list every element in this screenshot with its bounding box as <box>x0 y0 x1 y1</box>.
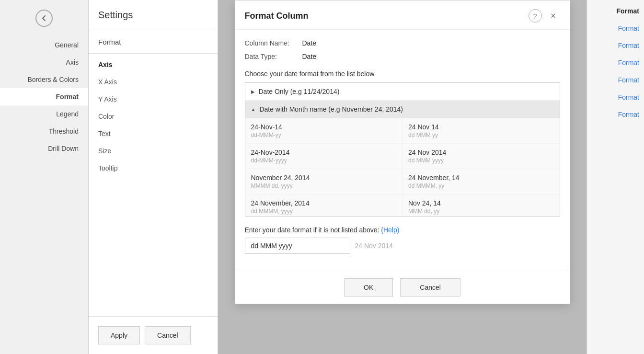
format-item-main: 24 November, 14 <box>408 174 554 182</box>
settings-nav-xaxis[interactable]: X Axis <box>89 73 218 91</box>
right-panel-link-6[interactable]: Format <box>618 111 639 118</box>
settings-nav-yaxis[interactable]: Y Axis <box>89 91 218 108</box>
date-format-list[interactable]: ▶ Date Only (e.g 11/24/2014) ▲ Date with… <box>245 82 560 217</box>
sidebar-item-axis[interactable]: Axis <box>0 54 88 71</box>
modal-cancel-button[interactable]: Cancel <box>400 278 460 297</box>
format-column-modal: Format Column ? × Column Name: Date Data… <box>235 0 570 304</box>
modal-header: Format Column ? × <box>235 0 570 30</box>
data-type-label: Data Type: <box>245 53 302 60</box>
modal-title: Format Column <box>245 11 529 21</box>
format-item-sub: dd MMMM, yy <box>408 183 554 189</box>
format-cell[interactable]: 24 November, 14 dd MMMM, yy <box>402 169 560 194</box>
settings-panel: Settings Format Axis X Axis Y Axis Color… <box>89 0 218 354</box>
format-cell[interactable]: 24-Nov-2014 dd-MMM-yyyy <box>245 144 403 169</box>
right-panel-item-5: Format <box>592 93 639 101</box>
right-panel-link-5[interactable]: Format <box>618 93 639 101</box>
format-item-main: Nov 24, 14 <box>408 199 554 207</box>
format-cell[interactable]: November 24, 2014 MMMM dd, yyyy <box>245 169 403 194</box>
custom-format-row: Enter your date format if it is not list… <box>245 226 560 254</box>
help-icon[interactable]: ? <box>529 9 542 23</box>
format-item-main: 24-Nov-2014 <box>251 148 397 156</box>
format-item-main: 24 Nov 14 <box>408 123 554 131</box>
format-cell[interactable]: 24-Nov-14 dd-MMM-yy <box>245 118 403 143</box>
right-panel-item-4: Format <box>592 76 639 84</box>
main-area: Format Column ? × Column Name: Date Data… <box>218 0 586 354</box>
format-item-sub: dd-MMM-yy <box>251 132 397 138</box>
column-name-row: Column Name: Date <box>245 39 560 47</box>
collapse-arrow-1: ▶ <box>251 89 255 94</box>
left-sidebar: General Axis Borders & Colors Format Leg… <box>0 0 89 354</box>
format-item-main: 24 November, 2014 <box>251 199 397 207</box>
format-item-sub: dd MMM yy <box>408 132 554 138</box>
help-link[interactable]: (Help) <box>381 226 399 234</box>
right-panel-item-3: Format <box>592 59 639 67</box>
modal-footer: OK Cancel <box>235 271 570 304</box>
modal-overlay: Format Column ? × Column Name: Date Data… <box>218 0 586 354</box>
settings-section-title: Format <box>89 33 218 51</box>
format-item-sub: dd MMMM, yyyy <box>251 208 397 215</box>
format-item-main: November 24, 2014 <box>251 174 397 182</box>
ok-button[interactable]: OK <box>344 278 393 297</box>
format-item-main: 24 Nov 2014 <box>408 148 554 156</box>
format-cell[interactable]: 24 Nov 2014 dd MMM yyyy <box>402 144 560 169</box>
right-panel-link-3[interactable]: Format <box>618 59 639 67</box>
sidebar-item-format[interactable]: Format <box>0 88 88 105</box>
choose-format-text: Choose your date format from the list be… <box>245 70 560 78</box>
table-row[interactable]: 24-Nov-2014 dd-MMM-yyyy 24 Nov 2014 dd M… <box>245 144 560 169</box>
table-row[interactable]: November 24, 2014 MMMM dd, yyyy 24 Novem… <box>245 169 560 194</box>
modal-body: Column Name: Date Data Type: Date Choose… <box>235 30 570 271</box>
data-type-value: Date <box>302 53 317 60</box>
format-item-sub: dd MMM yyyy <box>408 157 554 164</box>
sidebar-item-legend[interactable]: Legend <box>0 105 88 123</box>
table-row[interactable]: 24-Nov-14 dd-MMM-yy 24 Nov 14 dd MMM yy <box>245 118 560 144</box>
custom-format-preview: 24 Nov 2014 <box>355 242 393 250</box>
settings-nav-color[interactable]: Color <box>89 108 218 125</box>
data-type-row: Data Type: Date <box>245 53 560 60</box>
settings-divider2 <box>89 53 218 54</box>
back-button[interactable] <box>35 10 53 27</box>
format-cell[interactable]: 24 November, 2014 dd MMMM, yyyy <box>245 194 403 217</box>
close-icon[interactable]: × <box>547 9 560 23</box>
format-group-month-name[interactable]: ▲ Date with Month name (e.g November 24,… <box>245 101 560 118</box>
custom-format-label-text: Enter your date format if it is not list… <box>245 226 380 234</box>
format-group-date-only[interactable]: ▶ Date Only (e.g 11/24/2014) <box>245 83 560 101</box>
nav-items: General Axis Borders & Colors Format Leg… <box>0 36 88 157</box>
settings-divider <box>89 28 218 28</box>
right-panel-item-2: Format <box>592 42 639 49</box>
right-panel-link-2[interactable]: Format <box>618 42 639 49</box>
sidebar-item-borders[interactable]: Borders & Colors <box>0 71 88 88</box>
format-group-month-name-label: Date with Month name (e.g November 24, 2… <box>259 105 403 113</box>
collapse-arrow-2: ▲ <box>251 107 256 112</box>
right-panel-link-1[interactable]: Format <box>618 24 639 32</box>
sidebar-item-general[interactable]: General <box>0 36 88 54</box>
right-panel-item-1: Format <box>592 24 639 32</box>
cancel-button[interactable]: Cancel <box>145 326 191 344</box>
settings-nav-tooltip[interactable]: Tooltip <box>89 160 218 177</box>
custom-format-input[interactable] <box>245 238 350 254</box>
format-cell[interactable]: 24 Nov 14 dd MMM yy <box>402 118 560 143</box>
format-item-sub: dd-MMM-yyyy <box>251 157 397 164</box>
right-panel-header: Format <box>592 7 639 15</box>
format-item-sub: MMM dd, yy <box>408 208 554 215</box>
format-item-sub: MMMM dd, yyyy <box>251 183 397 189</box>
sidebar-item-threshold[interactable]: Threshold <box>0 123 88 140</box>
right-panel: Format Format Format Format Format Forma… <box>586 0 644 354</box>
settings-nav-text[interactable]: Text <box>89 125 218 142</box>
format-cell[interactable]: Nov 24, 14 MMM dd, yy <box>402 194 560 217</box>
format-group-date-only-label: Date Only (e.g 11/24/2014) <box>259 88 340 95</box>
right-panel-link-4[interactable]: Format <box>618 76 639 84</box>
right-panel-item-6: Format <box>592 111 639 118</box>
settings-actions: Apply Cancel <box>89 316 218 354</box>
format-item-main: 24-Nov-14 <box>251 123 397 131</box>
format-items-group2: 24-Nov-14 dd-MMM-yy 24 Nov 14 dd MMM yy <box>245 118 560 217</box>
column-name-value: Date <box>302 39 317 47</box>
apply-button[interactable]: Apply <box>98 326 140 344</box>
custom-format-label: Enter your date format if it is not list… <box>245 226 560 234</box>
sidebar-item-drilldown[interactable]: Drill Down <box>0 140 88 157</box>
settings-nav-size[interactable]: Size <box>89 142 218 160</box>
custom-format-inputs: 24 Nov 2014 <box>245 238 560 254</box>
table-row[interactable]: 24 November, 2014 dd MMMM, yyyy Nov 24, … <box>245 194 560 217</box>
settings-title: Settings <box>89 0 218 28</box>
settings-nav-axis[interactable]: Axis <box>89 56 218 73</box>
column-name-label: Column Name: <box>245 39 302 47</box>
